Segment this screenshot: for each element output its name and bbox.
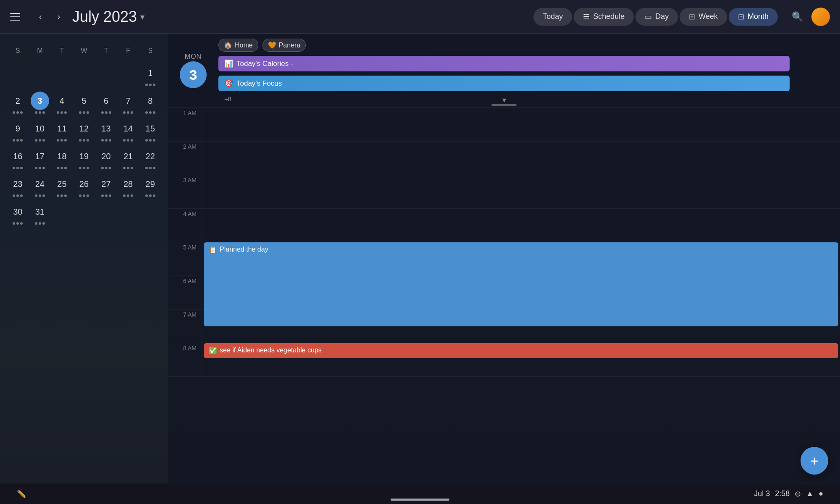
cal-dots-2 [13,111,23,114]
cal-cell-empty [29,61,51,88]
top-bar: ‹ › July 2023 ▾ Today ☰ Schedule ▭ Day ⊞… [0,0,840,34]
cal-date-8: 8 [141,92,160,110]
home-event[interactable]: 🏠 Home [218,39,258,52]
time-label-7am: 7 AM [168,310,202,343]
cal-cell-30[interactable]: 30 [7,200,29,227]
cal-dots-8 [145,111,155,114]
planned-icon: 📋 [209,246,217,254]
cal-cell-9[interactable]: 9 [7,117,29,144]
cal-cell-4[interactable]: 4 [51,89,73,116]
cal-cell-23[interactable]: 23 [7,172,29,199]
sidebar-calendar: S M T W T F S 1 2 3 [0,34,168,483]
collapse-arrow[interactable]: ▾ [498,96,510,104]
cal-cell-5[interactable]: 5 [73,89,95,116]
cal-cell-empty [117,61,139,88]
cal-cell-14[interactable]: 14 [117,117,139,144]
calories-event[interactable]: 📊 Today's Calories - [218,56,790,71]
prev-button[interactable]: ‹ [32,8,49,25]
cal-cell-13[interactable]: 13 [95,117,117,144]
time-row-3am: 3 AM [168,175,840,209]
focus-event[interactable]: 🎯 Today's Focus [218,76,790,91]
day-button[interactable]: ▭ Day [635,8,678,26]
cal-cell-29[interactable]: 29 [139,172,161,199]
cal-cell-20[interactable]: 20 [95,144,117,171]
cal-cell-21[interactable]: 21 [117,144,139,171]
cal-dots-3 [35,111,45,114]
month-title-text: July 2023 [72,8,137,26]
cal-cell-empty [51,200,73,227]
cal-cell-2[interactable]: 2 [7,89,29,116]
day-of-week: Mon [185,53,202,60]
cal-date-3: 3 [31,92,49,110]
search-button[interactable]: 🔍 [788,8,806,26]
schedule-button[interactable]: ☰ Schedule [574,8,634,26]
time-slot-5am[interactable]: 📋 Planned the day [202,242,840,276]
time-slot-3am [202,175,840,208]
nav-arrows: ‹ › [32,8,67,25]
cal-cell-31[interactable]: 31 [29,200,51,227]
aiden-label: see if Aiden needs vegetable cups [220,346,322,354]
scroll-indicator [491,104,517,106]
panera-label: Panera [279,42,301,49]
cal-cell-18[interactable]: 18 [51,144,73,171]
day-header: Mon 3 🏠 Home 🧡 Panera 📊 Today's Calories… [168,34,840,108]
cal-cell-6[interactable]: 6 [95,89,117,116]
cal-dots-7 [123,111,133,114]
cal-cell-26[interactable]: 26 [73,172,95,199]
status-time: 2:58 [775,489,790,498]
schedule-icon: ☰ [583,12,590,21]
next-button[interactable]: › [50,8,67,25]
planned-event[interactable]: 📋 Planned the day [204,242,838,326]
time-grid[interactable]: 1 AM 2 AM 3 AM 4 AM 5 AM 📋 Planned the d… [168,108,840,483]
cal-cell-10[interactable]: 10 [29,117,51,144]
home-indicator[interactable] [391,499,449,501]
main-calendar: Mon 3 🏠 Home 🧡 Panera 📊 Today's Calories… [168,34,840,483]
more-events[interactable]: +8 [218,95,832,102]
cal-cell-1[interactable]: 1 [139,61,161,88]
today-button[interactable]: Today [533,8,572,26]
calories-label: Today's Calories - [236,60,293,68]
time-row-4am: 4 AM [168,209,840,242]
cal-cell-12[interactable]: 12 [73,117,95,144]
cal-cell-empty [73,61,95,88]
schedule-label: Schedule [593,12,625,21]
cal-cell-8[interactable]: 8 [139,89,161,116]
month-button[interactable]: ⊟ Month [729,8,778,26]
fab-add-button[interactable]: + [801,447,828,475]
panera-event[interactable]: 🧡 Panera [262,39,306,52]
cal-cell-27[interactable]: 27 [95,172,117,199]
day-number[interactable]: 3 [180,61,207,88]
home-icon: 🏠 [224,41,232,49]
month-title[interactable]: July 2023 ▾ [72,8,144,26]
day-icon: ▭ [645,12,652,21]
cal-cell-17[interactable]: 17 [29,144,51,171]
cal-cell-16[interactable]: 16 [7,144,29,171]
cal-cell-15[interactable]: 15 [139,117,161,144]
cal-date-6: 6 [97,92,116,110]
avatar[interactable] [811,8,830,26]
week-button[interactable]: ⊞ Week [680,8,727,26]
cal-cell-7[interactable]: 7 [117,89,139,116]
time-slot-8am[interactable]: ✅ see if Aiden needs vegetable cups [202,343,840,376]
focus-icon: 🎯 [224,79,233,88]
time-label-2am: 2 AM [168,142,202,175]
bottom-left-icons: ✏️ [17,489,26,499]
time-row-5am: 5 AM 📋 Planned the day [168,242,840,276]
cal-cell-empty [95,61,117,88]
cal-cell-28[interactable]: 28 [117,172,139,199]
menu-button[interactable] [10,9,25,24]
calories-icon: 📊 [224,59,233,68]
cal-cell-19[interactable]: 19 [73,144,95,171]
week-label: Week [698,12,718,21]
time-label-8am: 8 AM [168,343,202,376]
signal-icon: ● [819,489,823,498]
time-label-5am: 5 AM [168,242,202,276]
cal-cell-3[interactable]: 3 [29,89,51,116]
cal-cell-11[interactable]: 11 [51,117,73,144]
cal-cell-25[interactable]: 25 [51,172,73,199]
aiden-event[interactable]: ✅ see if Aiden needs vegetable cups [204,343,838,358]
cal-cell-24[interactable]: 24 [29,172,51,199]
cal-cell-22[interactable]: 22 [139,144,161,171]
time-label-4am: 4 AM [168,209,202,242]
time-row-1am: 1 AM [168,108,840,142]
